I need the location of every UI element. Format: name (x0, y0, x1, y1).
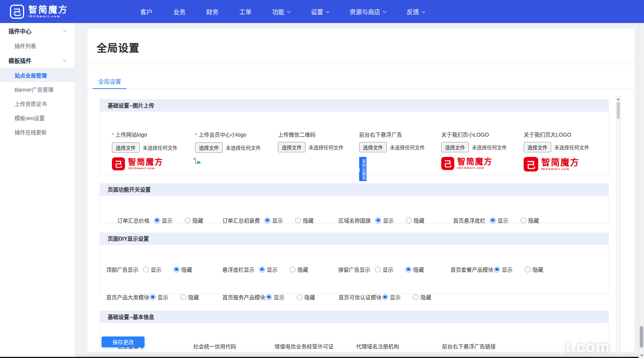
chevron-down-icon (326, 9, 330, 13)
toggle-home-package-module: 首页套餐产品模块 显示 隐藏 (450, 266, 543, 273)
nav-item-features[interactable]: 功能 (272, 7, 290, 16)
choose-file-button[interactable]: 选择文件 (112, 142, 140, 153)
upload-field-label: 上传会员中心小logo (199, 132, 246, 138)
sidebar-item-plugin-online-update[interactable]: 插件在线更新 (0, 125, 75, 139)
chevron-down-icon (383, 9, 387, 13)
radio-icon (521, 218, 526, 223)
radio-show[interactable]: 显示 (264, 216, 283, 224)
radio-show[interactable]: 显示 (266, 293, 284, 301)
toggle-label: 首页悬浮底栏 (453, 216, 485, 224)
sidebar-item-template-seo[interactable]: 模板seo设置 (0, 111, 75, 125)
field-label: 增值电信业务经营许可证 (274, 343, 348, 350)
radio-icon (259, 267, 265, 272)
choose-file-button[interactable]: 选择文件 (195, 142, 223, 153)
brand-logo: 智简魔方 IDCSmart.com (10, 0, 68, 23)
radio-show[interactable]: 显示 (143, 266, 161, 273)
broken-image-icon (195, 157, 196, 164)
radio-hide[interactable]: 隐藏 (413, 293, 431, 301)
no-file-text: 未选择任何文件 (226, 144, 261, 151)
horizontal-scrollbar-track[interactable] (75, 352, 639, 357)
radio-icon (297, 294, 302, 300)
chevron-down-icon (422, 9, 426, 13)
toggle-label: 首页产品大类模块 (106, 293, 149, 301)
radio-show[interactable]: 显示 (494, 266, 513, 273)
section-title: 页面功能开关设置 (100, 184, 608, 196)
radio-show[interactable]: 显示 (150, 293, 168, 301)
radio-show[interactable]: 显示 (490, 216, 508, 224)
choose-file-button[interactable]: 选择文件 (359, 142, 387, 152)
sidebar-group-plugin-center[interactable]: 插件中心 (0, 23, 75, 38)
content-card: 全局设置 全局设置 基础设置--图片上传 *上传网站logo 选择文件未选择任何… (87, 28, 634, 358)
scrollbar-thumb[interactable] (640, 326, 643, 348)
upload-field-about-large-logo: 关于我们页大LOGO 选择文件未选择任何文件 智简魔方IDCSmart.com (524, 131, 589, 172)
radio-hide[interactable]: 隐藏 (185, 216, 203, 224)
sidebar-item-banner-ads[interactable]: Banner广告管理 (0, 82, 75, 96)
nav-menu: 客户 业务 财务 工单 功能 设置 资源与商店 反馈 (140, 0, 425, 23)
radio-hide[interactable]: 隐藏 (181, 293, 199, 301)
upload-field-label: 关于我们页大LOGO (524, 132, 571, 138)
field-label: 前台右下悬浮广告链接 (442, 343, 516, 350)
nav-item-finance[interactable]: 财务 (206, 7, 219, 16)
radio-icon (181, 294, 186, 300)
field-label: 代理域名注册机构 (356, 343, 430, 350)
radio-hide[interactable]: 隐藏 (525, 266, 543, 273)
nav-item-resources-store[interactable]: 资源与商店 (350, 7, 386, 16)
toggle-label: 顶部广告显示 (106, 266, 138, 273)
radio-hide[interactable]: 隐藏 (174, 266, 192, 273)
toggle-floating-bottom-bar: 悬浮底栏显示 显示 隐藏 (222, 266, 308, 273)
brand-logo-icon (524, 157, 538, 172)
floating-ad-preview: 高防云服务器 (359, 157, 366, 181)
scrollbar-thumb[interactable] (617, 102, 620, 119)
upload-field-member-center-logo: *上传会员中心小logo 选择文件未选择任何文件 (195, 131, 261, 164)
brand-logo-icon (10, 5, 24, 19)
upload-field-about-small-logo: 关于我们页小LOGO 选择文件未选择任何文件 智简魔方IDCSmart.com (441, 131, 507, 170)
scroll-down-icon[interactable] (639, 353, 644, 358)
toggle-top-ad: 顶部广告显示 显示 隐藏 (106, 266, 192, 273)
toggle-popup-ad: 弹窗广告显示 显示 隐藏 (338, 266, 424, 273)
choose-file-button[interactable]: 选择文件 (441, 142, 469, 152)
window-scrollbar[interactable] (639, 23, 644, 358)
radio-hide[interactable]: 隐藏 (297, 293, 315, 301)
upload-field-label: 前台右下悬浮广告 (359, 132, 402, 138)
radio-icon (413, 294, 419, 300)
radio-icon (375, 267, 381, 272)
nav-item-business[interactable]: 业务 (173, 7, 186, 16)
radio-show[interactable]: 显示 (375, 216, 394, 224)
radio-hide[interactable]: 隐藏 (406, 266, 424, 273)
choose-file-button[interactable]: 选择文件 (524, 142, 551, 152)
no-file-text: 未选择任何文件 (309, 144, 343, 151)
brand-subtitle: IDCSmart.com (28, 14, 68, 18)
brand-logo-icon (112, 157, 125, 170)
radio-show[interactable]: 显示 (154, 216, 172, 224)
sidebar-item-plugin-list[interactable]: 插件列表 (0, 38, 75, 53)
chevron-down-icon (287, 9, 291, 13)
no-file-text: 未选择任何文件 (554, 144, 589, 151)
tab-global-settings[interactable]: 全局设置 (93, 74, 127, 89)
radio-hide[interactable]: 隐藏 (406, 216, 424, 224)
radio-show[interactable]: 显示 (375, 266, 393, 273)
radio-icon (525, 267, 531, 272)
save-button[interactable]: 保存更改 (102, 337, 145, 347)
site-logo-preview: 智简魔方IDCSmart.com (112, 157, 177, 170)
scroll-up-icon[interactable] (616, 97, 620, 101)
section-title: 基础设置--基本信息 (100, 311, 608, 323)
choose-file-button[interactable]: 选择文件 (278, 142, 306, 152)
toggle-home-product-category-module: 首页产品大类模块 显示 隐藏 (106, 293, 199, 301)
radio-hide[interactable]: 隐藏 (521, 216, 539, 224)
required-mark: * (195, 132, 197, 138)
nav-item-feedback[interactable]: 反馈 (407, 7, 425, 16)
radio-icon (150, 294, 156, 300)
radio-show[interactable]: 显示 (382, 293, 401, 301)
nav-item-customer[interactable]: 客户 (140, 7, 153, 16)
radio-hide[interactable]: 隐藏 (295, 216, 314, 224)
sidebar-item-upload-certificates[interactable]: 上传资质证书 (0, 96, 75, 111)
sidebar-item-site-global-management[interactable]: 站点全局管理 (0, 68, 75, 82)
radio-hide[interactable]: 隐藏 (290, 266, 308, 273)
radio-show[interactable]: 显示 (259, 266, 278, 273)
sidebar-group-template-plugins[interactable]: 模板插件 (0, 53, 75, 68)
radio-icon (154, 218, 160, 223)
toggle-label: 悬浮底栏显示 (222, 266, 255, 273)
nav-item-ticket[interactable]: 工单 (239, 7, 251, 16)
panel-scrollbar[interactable] (616, 96, 621, 358)
nav-item-settings[interactable]: 设置 (311, 7, 329, 16)
